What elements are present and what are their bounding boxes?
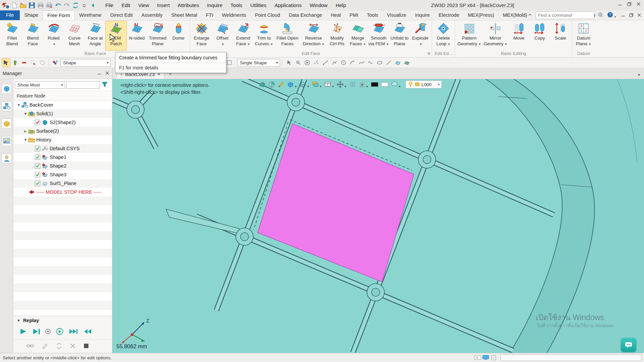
circle-icon[interactable] bbox=[339, 59, 347, 67]
ribbon-tab-electrode[interactable]: Electrode bbox=[434, 10, 464, 20]
dropdown-caret-icon[interactable]: ▼ bbox=[478, 43, 481, 46]
tree-checkbox[interactable] bbox=[35, 172, 40, 177]
replay-collapse-icon[interactable]: ▼ bbox=[17, 318, 20, 322]
tree-item-shape3[interactable]: !Shape3 bbox=[13, 170, 112, 179]
step-to-end-icon[interactable] bbox=[55, 328, 64, 337]
regen-icon[interactable] bbox=[72, 2, 79, 9]
assistant-button[interactable] bbox=[621, 338, 636, 352]
tree-item--model-stop-here-[interactable]: ----- MODEL STOP HERE ----- bbox=[13, 188, 112, 196]
tree-expander-icon[interactable]: ▼ bbox=[16, 103, 21, 107]
link-icon[interactable] bbox=[26, 343, 34, 350]
n-sided-button[interactable]: NN-sided bbox=[126, 21, 147, 50]
dialog-launcher-icon[interactable] bbox=[426, 51, 430, 58]
layer-stack-icon[interactable]: ▼ bbox=[312, 81, 322, 88]
ribbon-tab-weldments[interactable]: Weldments bbox=[218, 10, 251, 20]
background-light-swatch[interactable] bbox=[381, 81, 389, 87]
ribbon-tab-mex-press-[interactable]: MEX(Press) bbox=[464, 10, 498, 20]
tree-item-history[interactable]: ▼History bbox=[13, 135, 112, 144]
lasso-pick-icon[interactable] bbox=[38, 59, 46, 67]
dropdown-caret-icon[interactable]: ▼ bbox=[504, 43, 507, 46]
surface2-icon[interactable] bbox=[403, 59, 411, 67]
frame-icon[interactable] bbox=[225, 59, 233, 67]
trim-to-curves-button[interactable]: Trim toCurves▼ bbox=[254, 21, 274, 50]
window-restore-icon[interactable] bbox=[627, 2, 631, 6]
settings-gear-icon[interactable] bbox=[598, 12, 604, 19]
polyline-icon[interactable] bbox=[330, 59, 338, 67]
explode-button[interactable]: Explode▼ bbox=[410, 21, 431, 50]
merge-faces-button[interactable]: MergeFaces▼ bbox=[347, 21, 368, 50]
curve-mesh-button[interactable]: CurveMesh bbox=[64, 21, 85, 50]
selection-mode-dropdown[interactable]: Single Shape▼ bbox=[237, 59, 280, 67]
blend-face-button[interactable]: BlendFace bbox=[22, 21, 43, 50]
tree-checkbox[interactable] bbox=[35, 155, 40, 160]
ribbon-tab-heal[interactable]: Heal bbox=[326, 10, 345, 20]
edit-icon[interactable] bbox=[42, 343, 48, 350]
undo-icon[interactable] bbox=[54, 2, 62, 9]
tree-expander-icon[interactable]: ▼ bbox=[23, 138, 28, 142]
snap-grid-icon[interactable]: ▼ bbox=[358, 81, 369, 88]
dropdown-caret-icon[interactable]: ▼ bbox=[322, 43, 325, 46]
assembly-tree-icon[interactable] bbox=[2, 101, 12, 111]
point-cloud-view-icon[interactable]: ▼ bbox=[391, 81, 401, 88]
dropdown-caret-icon[interactable]: ▼ bbox=[363, 43, 366, 46]
play-circle-icon[interactable] bbox=[45, 328, 51, 336]
pattern-geometry-button[interactable]: PatternGeometry▼ bbox=[456, 21, 482, 50]
arc-icon[interactable] bbox=[348, 59, 357, 67]
reverse-direction-button[interactable]: ReverseDirection▼ bbox=[301, 21, 327, 50]
diagonal-icon[interactable] bbox=[385, 59, 393, 67]
display-icon[interactable] bbox=[482, 354, 490, 361]
tree-filter-input[interactable] bbox=[66, 81, 100, 89]
move-button[interactable]: Move bbox=[508, 21, 529, 50]
ribbon-tab-point-cloud[interactable]: Point Cloud bbox=[251, 10, 284, 20]
document-icon[interactable] bbox=[490, 354, 498, 361]
tree-checkbox[interactable] bbox=[35, 120, 40, 125]
manager-close-icon[interactable] bbox=[105, 71, 109, 76]
tree-expander-icon[interactable]: ▶ bbox=[23, 129, 28, 133]
show-filter-dropdown[interactable]: Show Most ▼ bbox=[15, 81, 65, 89]
fillet-open-faces-button[interactable]: Fillet OpenFaces bbox=[274, 21, 301, 50]
tree-item-solid-1-[interactable]: ▼Solid(1) bbox=[13, 109, 112, 118]
modify-ctrl-pts-button[interactable]: ModifyCtrl Pts bbox=[327, 21, 347, 50]
save-icon[interactable] bbox=[28, 2, 36, 9]
solid-view-icon[interactable] bbox=[2, 84, 12, 94]
color-filter-icon[interactable] bbox=[51, 59, 59, 67]
add-pick-icon[interactable] bbox=[11, 59, 19, 67]
ribbon-tab-assembly[interactable]: Assembly bbox=[137, 10, 167, 20]
doc-close-icon[interactable] bbox=[637, 12, 641, 18]
new-file-icon[interactable] bbox=[11, 2, 18, 9]
pan-view-icon[interactable]: ▼ bbox=[336, 81, 347, 88]
ribbon-tab-mex-mold-[interactable]: MEX(Mold) bbox=[498, 10, 532, 20]
menu-file[interactable]: File bbox=[101, 0, 117, 11]
fillet-blend-button[interactable]: FilletBlend bbox=[2, 21, 22, 50]
menu-utilities[interactable]: Utilities bbox=[246, 0, 270, 11]
dropdown-caret-icon[interactable]: ▼ bbox=[270, 43, 273, 46]
tab-scroll-icon[interactable]: ▼ bbox=[637, 73, 641, 77]
section-view-icon[interactable] bbox=[268, 81, 275, 88]
ribbon-tab-inquire[interactable]: Inquire bbox=[411, 10, 434, 20]
stop-square-icon[interactable] bbox=[83, 343, 89, 350]
box-icon[interactable] bbox=[2, 119, 12, 129]
menu-edit[interactable]: Edit bbox=[117, 0, 134, 11]
doc-restore-icon[interactable] bbox=[629, 12, 633, 18]
extend-face-button[interactable]: ExtendFace▼ bbox=[233, 21, 254, 50]
dropdown-caret-icon[interactable]: ▼ bbox=[419, 43, 422, 46]
window-close-icon[interactable] bbox=[637, 2, 641, 6]
manager-minimize-icon[interactable] bbox=[97, 71, 101, 76]
sketch-mode-icon[interactable] bbox=[277, 81, 285, 88]
fast-forward-icon[interactable] bbox=[68, 328, 78, 337]
shaded-view-icon[interactable]: ▼ bbox=[287, 81, 297, 88]
tree-item-shape2[interactable]: !Shape2 bbox=[13, 162, 112, 170]
menu-inquire[interactable]: Inquire bbox=[203, 0, 226, 11]
help-icon[interactable]: ? ▼ bbox=[607, 12, 616, 19]
offset-button[interactable]: Offset▼ bbox=[212, 21, 233, 50]
dropdown-caret-icon[interactable]: ▼ bbox=[386, 43, 389, 46]
multi-window-icon[interactable]: ▼ bbox=[324, 81, 334, 88]
tree-expander-icon[interactable]: ▼ bbox=[23, 112, 28, 116]
unfold-to-plane-button[interactable]: Unfold toPlane bbox=[389, 21, 410, 50]
spline-icon[interactable] bbox=[358, 59, 366, 67]
collapse-toolbar-icon[interactable] bbox=[89, 2, 97, 9]
wireframe-view-icon[interactable]: ▼ bbox=[299, 81, 310, 88]
play-icon[interactable] bbox=[19, 328, 28, 337]
window-minimize-icon[interactable] bbox=[618, 2, 622, 6]
ribbon-tab-free-form[interactable]: Free Form bbox=[43, 10, 75, 20]
